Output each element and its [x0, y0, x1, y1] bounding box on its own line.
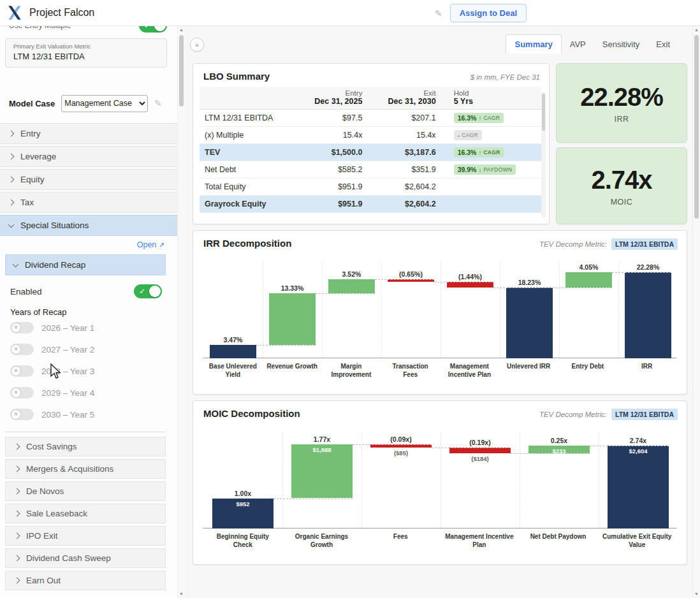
tab-sensitivity[interactable]: Sensitivity: [594, 35, 648, 54]
sidebar: Use Entry Multiple Primary Exit Valuatio…: [0, 26, 177, 598]
year-toggle-2029[interactable]: [10, 387, 34, 398]
waterfall-connector: [511, 453, 590, 454]
open-link[interactable]: Open ↗: [137, 240, 164, 249]
year-toggle-2030[interactable]: [10, 409, 34, 420]
hold-header-line1: Hold: [454, 89, 541, 97]
moic-decomposition-card: MOIC Decomposition TEV Decomp Metric: LT…: [193, 400, 687, 565]
sidebar-section-equity[interactable]: Equity: [0, 169, 177, 190]
sidebar-section-dividend-recap[interactable]: Dividend Recap: [5, 254, 166, 275]
waterfall-bar-management-incentive-plan: [449, 448, 511, 453]
row-label: LTM 12/31 EBITDA: [200, 110, 305, 127]
arrow-down-icon: ↓: [478, 166, 481, 173]
chevron-right-icon: [14, 533, 20, 539]
sidebar-section-cost-savings[interactable]: Cost Savings: [5, 437, 166, 456]
scroll-down-arrow[interactable]: ▼: [693, 590, 700, 598]
scroll-up-arrow[interactable]: ▲: [178, 26, 185, 34]
year-label: 2027 – Year 2: [41, 345, 94, 354]
table-scrollbar-thumb[interactable]: [542, 94, 545, 131]
hold-cell: 16.3%↑CAGR: [453, 110, 541, 127]
assign-to-deal-button[interactable]: Assign to Deal: [450, 4, 527, 22]
edit-model-case-icon[interactable]: ✎: [154, 98, 162, 108]
sidebar-section-dividend-cash-sweep[interactable]: Dividend Cash Sweep: [5, 548, 166, 568]
gridline: [520, 432, 520, 528]
main-scrollbar-thumb[interactable]: [694, 35, 699, 219]
waterfall-bar-entry-debt: [565, 272, 612, 288]
table-header-row: Entry Dec 31, 2025 Exit Dec 31, 2030 Hol…: [200, 87, 541, 110]
tab-exit[interactable]: Exit: [648, 35, 678, 54]
entry-value: $585.2: [305, 161, 379, 179]
tab-summary[interactable]: Summary: [506, 34, 561, 54]
category-label: Revenue Growth: [263, 362, 322, 379]
sidebar-scrollbar-thumb[interactable]: [179, 35, 184, 106]
irr-metric-right: TEV Decomp Metric: LTM 12/31 EBITDA: [539, 238, 678, 250]
sidebar-section-entry[interactable]: Entry: [0, 123, 177, 144]
waterfall-connector: [612, 272, 671, 273]
sidebar-section-ipo-exit[interactable]: IPO Exit: [5, 526, 166, 546]
table-scrollbar[interactable]: [541, 92, 546, 217]
year-toggle-2028[interactable]: [10, 365, 34, 377]
sidebar-section-label: Leverage: [20, 152, 56, 161]
badge-cagr: -CAGR: [454, 130, 482, 140]
bar-dollar-label: $952: [203, 500, 282, 507]
category-label: Cumulative Exit Equity Value: [597, 532, 676, 549]
use-entry-multiple-label: Use Entry Multiple: [9, 26, 71, 30]
sidebar-section-sale-leaseback[interactable]: Sale Leaseback: [5, 504, 166, 523]
irr-kpi-card: 22.28% IRR: [556, 63, 687, 143]
hold-column-header: Hold 5 Yrs: [453, 87, 541, 110]
exit-header-line2: Dec 31, 2030: [379, 97, 435, 106]
year-toggle-2027[interactable]: [10, 344, 34, 355]
bar-value-label: 3.52%: [322, 270, 381, 279]
sidebar-section-label: Cost Savings: [26, 442, 77, 451]
chevron-right-icon: [14, 555, 20, 562]
years-of-recap-label: Years of Recap: [5, 307, 166, 317]
waterfall-bar-irr: [625, 272, 671, 358]
chevron-right-icon: [14, 444, 20, 450]
exit-value: $351.9: [379, 161, 452, 179]
bar-dollar-label: $2,604: [599, 448, 678, 455]
hold-header-line2: 5 Yrs: [454, 97, 541, 106]
dividend-recap-enabled-toggle[interactable]: [134, 284, 162, 298]
chevron-right-icon: [14, 488, 20, 495]
arrow-up-icon: ↑: [478, 115, 481, 122]
sidebar-section-de-novos[interactable]: De Novos: [5, 481, 166, 501]
exit-column-header: Exit Dec 31, 2030: [379, 87, 452, 110]
sidebar-section-special-situations[interactable]: Special Situations: [0, 215, 177, 236]
year-toggle-2026[interactable]: [10, 322, 34, 333]
bar-value-label: 18.23%: [500, 278, 559, 287]
sidebar-section-label: Sale Leaseback: [26, 509, 87, 518]
model-case-label: Model Case: [9, 99, 55, 108]
row-label: Total Equity: [200, 179, 305, 196]
gridline: [361, 432, 362, 528]
dividend-recap-label: Dividend Recap: [25, 260, 85, 270]
irr-category-labels: Base Unlevered YieldRevenue GrowthMargin…: [203, 362, 676, 379]
collapse-sidebar-button[interactable]: «: [190, 38, 204, 52]
category-label: Net Debt Paydown: [519, 532, 598, 549]
year-label: 2030 – Year 5: [41, 410, 94, 419]
exit-value: 15.4x: [379, 127, 452, 144]
scroll-up-arrow[interactable]: ▲: [693, 26, 700, 34]
category-label: Management Incentive Plan: [440, 362, 499, 379]
table-row: (x) Multiple15.4x15.4x-CAGR: [200, 127, 541, 144]
irr-chart-title: IRR Decomposition: [203, 238, 291, 249]
model-case-select[interactable]: Management Case: [61, 95, 148, 112]
sidebar-section-mergers-acquisitions[interactable]: Mergers & Acquisitions: [5, 459, 166, 479]
waterfall-connector: [256, 345, 316, 346]
lbo-summary-title: LBO Summary: [203, 71, 270, 82]
category-label: Organic Earnings Growth: [282, 532, 361, 549]
sidebar-section-earn-out[interactable]: Earn Out: [5, 571, 166, 590]
table-row: Total Equity$951.9$2,604.2: [200, 179, 541, 196]
category-label: Management Incentive Plan: [440, 532, 519, 549]
gridline: [559, 261, 560, 358]
chevron-down-icon: [8, 221, 15, 228]
sidebar-section-tax[interactable]: Tax: [0, 192, 177, 213]
entry-value: $1,500.0: [305, 144, 379, 161]
waterfall-connector: [273, 499, 353, 499]
bar-value-label: (0.65%): [381, 270, 441, 279]
main-scrollbar[interactable]: ▲ ▼: [692, 26, 700, 598]
use-entry-multiple-toggle[interactable]: [139, 26, 167, 33]
sidebar-section-leverage[interactable]: Leverage: [0, 146, 177, 167]
edit-title-icon[interactable]: ✎: [435, 8, 442, 18]
tab-avp[interactable]: AVP: [562, 35, 594, 54]
scroll-down-arrow[interactable]: ▼: [178, 590, 185, 598]
sidebar-scrollbar[interactable]: ▲ ▼: [177, 26, 185, 598]
